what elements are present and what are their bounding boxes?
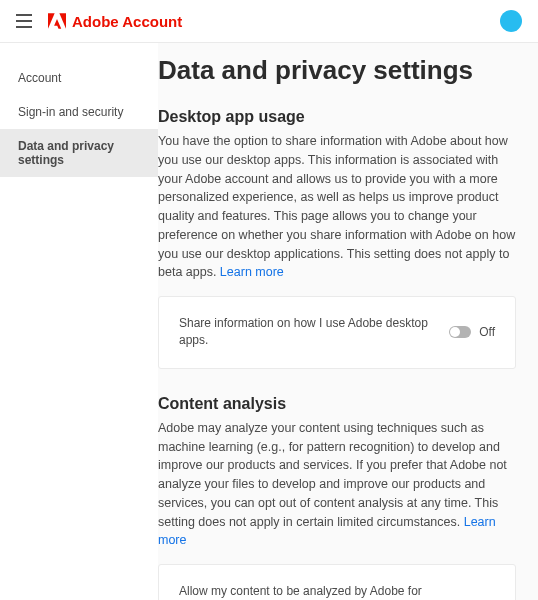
card-content-analysis-toggle: Allow my content to be analyzed by Adobe… <box>158 564 516 600</box>
section-desktop-usage: Desktop app usage You have the option to… <box>158 108 516 369</box>
section-title: Content analysis <box>158 395 516 413</box>
toggle-state: Off <box>479 325 495 339</box>
svg-marker-1 <box>48 13 55 29</box>
svg-marker-0 <box>59 13 66 29</box>
section-desc: Adobe may analyze your content using tec… <box>158 419 516 550</box>
brand-text: Adobe Account <box>72 13 182 30</box>
adobe-logo-icon <box>48 13 66 29</box>
toggle-row: Allow my content to be analyzed by Adobe… <box>179 583 495 600</box>
card-desktop-toggle: Share information on how I use Adobe des… <box>158 296 516 369</box>
sidebar-item-signin[interactable]: Sign-in and security <box>0 95 158 129</box>
page-title: Data and privacy settings <box>158 55 516 86</box>
sidebar-item-label: Sign-in and security <box>18 105 123 119</box>
header-left: Adobe Account <box>16 13 182 30</box>
section-desc: You have the option to share information… <box>158 132 516 282</box>
toggle-label: Allow my content to be analyzed by Adobe… <box>179 583 429 600</box>
svg-marker-2 <box>54 19 61 29</box>
sidebar-item-data-privacy[interactable]: Data and privacy settings <box>0 129 158 177</box>
container: Account Sign-in and security Data and pr… <box>0 43 538 600</box>
desc-text: Adobe may analyze your content using tec… <box>158 421 507 529</box>
content: Data and privacy settings Desktop app us… <box>158 43 538 600</box>
header: Adobe Account <box>0 0 538 43</box>
section-title: Desktop app usage <box>158 108 516 126</box>
sidebar-item-account[interactable]: Account <box>0 61 158 95</box>
desc-text: You have the option to share information… <box>158 134 515 279</box>
desktop-usage-toggle[interactable] <box>449 326 471 338</box>
sidebar: Account Sign-in and security Data and pr… <box>0 43 158 600</box>
sidebar-item-label: Data and privacy settings <box>18 139 114 167</box>
section-content-analysis: Content analysis Adobe may analyze your … <box>158 395 516 600</box>
toggle-label: Share information on how I use Adobe des… <box>179 315 429 350</box>
brand[interactable]: Adobe Account <box>48 13 182 30</box>
toggle-wrap: Off <box>449 325 495 339</box>
toggle-row: Share information on how I use Adobe des… <box>179 315 495 350</box>
sidebar-item-label: Account <box>18 71 61 85</box>
avatar[interactable] <box>500 10 522 32</box>
hamburger-menu-icon[interactable] <box>16 14 32 28</box>
learn-more-link[interactable]: Learn more <box>220 265 284 279</box>
